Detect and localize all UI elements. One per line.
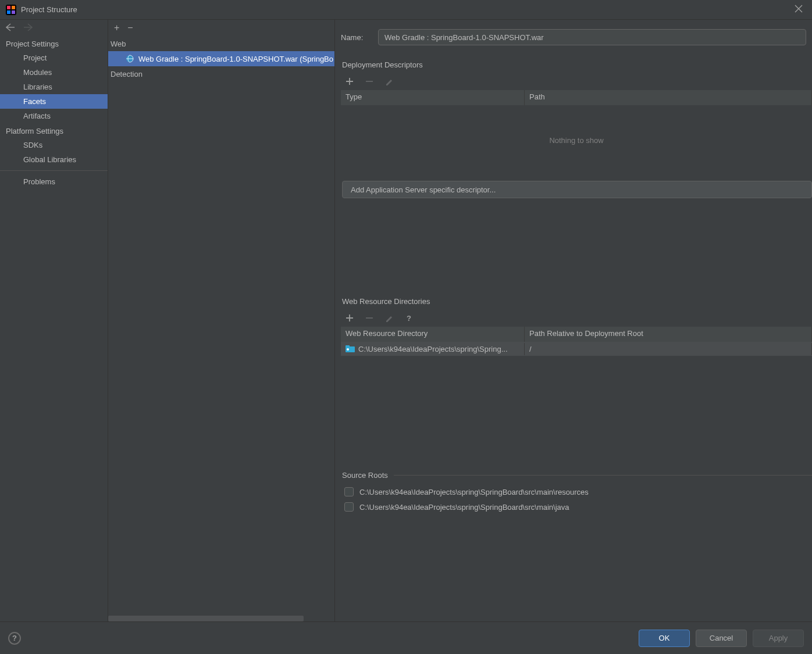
- wrd-col-rel[interactable]: Path Relative to Deployment Root: [525, 327, 812, 342]
- source-roots-title: Source Roots: [342, 471, 388, 480]
- dd-col-path[interactable]: Path: [525, 90, 812, 105]
- wrd-table-header: Web Resource Directory Path Relative to …: [341, 327, 812, 342]
- dd-toolbar: [341, 73, 812, 90]
- dd-empty-text: Nothing to show: [341, 105, 812, 175]
- wrd-edit-icon: [384, 313, 394, 323]
- horizontal-scrollbar[interactable]: [108, 616, 304, 621]
- dd-edit-icon: [384, 76, 394, 87]
- wrd-remove-icon: [364, 313, 375, 323]
- svg-rect-8: [346, 345, 350, 348]
- checkbox[interactable]: [344, 487, 354, 496]
- sidebar-item-modules[interactable]: Modules: [0, 65, 108, 80]
- wrd-cell-rel: /: [525, 343, 812, 355]
- web-facet-icon: [126, 55, 135, 63]
- svg-rect-2: [12, 6, 15, 9]
- wrd-row[interactable]: C:\Users\k94ea\IdeaProjects\spring\Sprin…: [341, 342, 812, 356]
- deployment-descriptors-title: Deployment Descriptors: [342, 60, 812, 69]
- wrd-table: Web Resource Directory Path Relative to …: [341, 327, 812, 356]
- close-icon[interactable]: [791, 3, 806, 16]
- add-facet-icon[interactable]: +: [114, 23, 119, 33]
- wrd-toolbar: ?: [341, 309, 812, 327]
- nav-back-icon[interactable]: [6, 23, 15, 33]
- source-roots-fieldset: Source Roots: [342, 471, 812, 480]
- wrd-add-icon[interactable]: [344, 313, 355, 323]
- app-logo-icon: [6, 5, 16, 15]
- wrd-col-dir[interactable]: Web Resource Directory: [341, 327, 525, 342]
- source-root-item[interactable]: C:\Users\k94ea\IdeaProjects\spring\Sprin…: [341, 484, 812, 499]
- sidebar-separator: [0, 170, 108, 171]
- dd-table-header: Type Path: [341, 90, 812, 105]
- sidebar-item-facets[interactable]: Facets: [0, 94, 108, 109]
- sidebar-item-project[interactable]: Project: [0, 51, 108, 65]
- sidebar-heading-platform-settings: Platform Settings: [0, 123, 108, 138]
- sidebar-item-libraries[interactable]: Libraries: [0, 80, 108, 94]
- source-root-path: C:\Users\k94ea\IdeaProjects\spring\Sprin…: [359, 488, 589, 496]
- facet-node-web[interactable]: Web: [108, 36, 334, 51]
- dd-remove-icon: [364, 76, 375, 87]
- titlebar: Project Structure: [0, 0, 812, 20]
- facet-name-input[interactable]: [378, 29, 806, 45]
- name-label: Name:: [341, 33, 370, 42]
- sidebar-item-sdks[interactable]: SDKs: [0, 138, 108, 152]
- folder-icon: [346, 345, 355, 352]
- source-roots-line: [394, 475, 812, 476]
- nav-history: [0, 20, 108, 36]
- facet-node-label: Web Gradle : SpringBoard-1.0-SNAPSHOT.wa…: [138, 55, 333, 63]
- dd-table: Type Path Nothing to show: [341, 90, 812, 175]
- apply-button: Apply: [753, 630, 804, 647]
- help-icon[interactable]: ?: [8, 632, 21, 645]
- ok-button[interactable]: OK: [639, 630, 690, 647]
- spacer: [341, 356, 812, 460]
- svg-rect-4: [12, 10, 15, 14]
- facets-tree[interactable]: Web Web Gradle : SpringBoard-1.0-SNAPSHO…: [108, 36, 334, 621]
- wrd-cell-dir-text: C:\Users\k94ea\IdeaProjects\spring\Sprin…: [358, 345, 508, 353]
- facet-editor: Name: Deployment Descriptors Type Path N…: [335, 20, 812, 621]
- facet-node-detection[interactable]: Detection: [108, 66, 334, 81]
- svg-point-9: [347, 348, 349, 351]
- spacer: [341, 198, 812, 285]
- facet-node-label: Web: [111, 40, 126, 48]
- project-structure-dialog: Project Structure Project Settings Proje…: [0, 0, 812, 654]
- svg-rect-3: [7, 10, 10, 14]
- svg-text:?: ?: [407, 314, 411, 322]
- web-resource-dirs-title: Web Resource Directories: [342, 297, 812, 306]
- facet-node-web-gradle[interactable]: Web Gradle : SpringBoard-1.0-SNAPSHOT.wa…: [108, 51, 334, 66]
- sidebar-item-global-libraries[interactable]: Global Libraries: [0, 152, 108, 167]
- wrd-help-icon[interactable]: ?: [404, 313, 414, 323]
- sidebar-heading-project-settings: Project Settings: [0, 36, 108, 51]
- sidebar-item-problems[interactable]: Problems: [0, 174, 108, 189]
- sidebar: Project Settings Project Modules Librari…: [0, 20, 108, 621]
- facets-toolbar: + −: [108, 20, 334, 36]
- dd-col-type[interactable]: Type: [341, 90, 525, 105]
- sidebar-item-artifacts[interactable]: Artifacts: [0, 109, 108, 123]
- facets-panel: + − Web Web Gradle : SpringBoard-1.0-SNA…: [108, 20, 335, 621]
- add-server-descriptor-button[interactable]: Add Application Server specific descript…: [342, 181, 812, 198]
- checkbox[interactable]: [344, 502, 354, 512]
- source-root-item[interactable]: C:\Users\k94ea\IdeaProjects\spring\Sprin…: [341, 499, 812, 514]
- svg-rect-1: [7, 6, 10, 9]
- wrd-cell-dir: C:\Users\k94ea\IdeaProjects\spring\Sprin…: [341, 343, 525, 355]
- facet-node-label: Detection: [111, 70, 143, 78]
- dd-add-icon[interactable]: [344, 76, 355, 87]
- source-root-path: C:\Users\k94ea\IdeaProjects\spring\Sprin…: [359, 503, 569, 512]
- nav-forward-icon: [23, 23, 33, 33]
- remove-facet-icon[interactable]: −: [127, 23, 133, 33]
- name-row: Name:: [341, 26, 812, 49]
- cancel-button[interactable]: Cancel: [696, 630, 747, 647]
- dialog-footer: ? OK Cancel Apply: [0, 621, 812, 654]
- window-title: Project Structure: [21, 5, 791, 14]
